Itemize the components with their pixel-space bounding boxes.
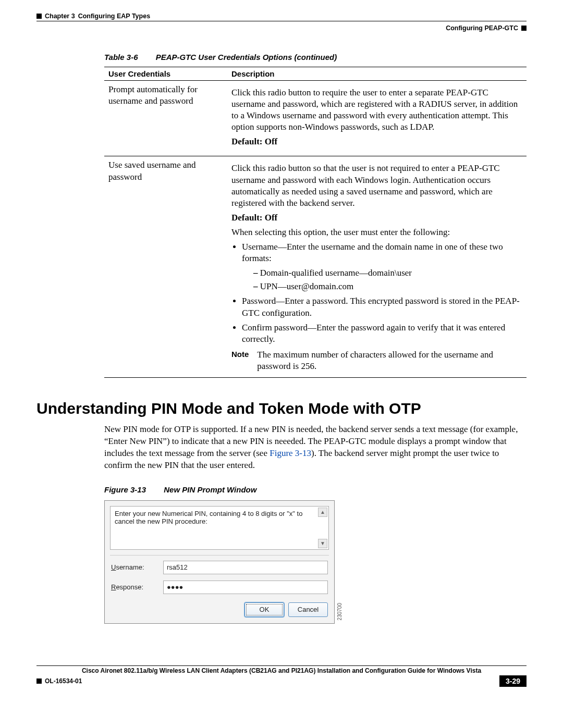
option-default: Default: Off: [231, 213, 277, 223]
note-text: The maximum number of characters allowed…: [257, 349, 522, 372]
figure-caption: Figure 3-13 New PIN Prompt Window: [104, 485, 527, 494]
scroll-up-icon[interactable]: ▲: [318, 508, 327, 517]
section-title: Configuring PEAP-GTC: [446, 24, 518, 32]
response-row: Response: ●●●●: [105, 577, 334, 597]
footer-ol-text: OL-16534-01: [45, 677, 82, 685]
square-bullet-icon: [521, 26, 527, 31]
note-row: Note The maximum number of characters al…: [231, 349, 522, 372]
table-caption-text: PEAP-GTC User Credentials Options (conti…: [156, 53, 337, 61]
header-rule: [36, 21, 527, 21]
sub-bullet-upn: UPN—user@domain.com: [253, 281, 522, 292]
username-value: rsa512: [167, 563, 188, 571]
header-chapter: Chapter 3 Configuring EAP Types: [36, 13, 527, 20]
col-description: Description: [227, 67, 527, 81]
section-heading: Understanding PIN Mode and Token Mode wi…: [36, 400, 527, 417]
table-row: Prompt automatically for username and pa…: [104, 81, 527, 156]
figure-caption-text: New PIN Prompt Window: [164, 485, 256, 494]
underline-char: U: [111, 563, 116, 571]
note-label: Note: [231, 349, 249, 372]
bullet-text: Username—Enter the username and the doma…: [242, 242, 503, 263]
chapter-label: Chapter 3: [45, 13, 75, 20]
footer-row: OL-16534-01 3-29: [36, 675, 527, 687]
underline-char: R: [111, 583, 116, 591]
username-label: Username:: [111, 563, 163, 571]
col-user-credentials: User Credentials: [104, 67, 227, 81]
response-label: Response:: [111, 583, 163, 591]
figure-caption-num: Figure 3-13: [104, 485, 146, 494]
body-paragraph: New PIN mode for OTP is supported. If a …: [104, 424, 527, 472]
dialog-message: Enter your new Numerical PIN, containing…: [115, 510, 302, 525]
options-table: User Credentials Description Prompt auto…: [104, 67, 527, 378]
response-value: ●●●●: [167, 583, 183, 591]
option-desc-cell: Click this radio button so that the user…: [227, 156, 527, 378]
dialog-figure: Enter your new Numerical PIN, containing…: [104, 500, 527, 624]
figure-xref[interactable]: Figure 3-13: [270, 448, 311, 458]
bullet-confirm: Confirm password—Enter the password agai…: [242, 322, 522, 345]
sub-bullets: Domain-qualified username—domain\user UP…: [253, 267, 522, 292]
label-rest: sername:: [116, 563, 144, 571]
option-name: Prompt automatically for username and pa…: [104, 81, 227, 156]
dialog-footer: OK Cancel: [105, 597, 334, 623]
table-caption: Table 3-6 PEAP-GTC User Credentials Opti…: [104, 53, 527, 61]
option-desc-cell: Click this radio button to require the u…: [227, 81, 527, 156]
table-header-row: User Credentials Description: [104, 67, 527, 81]
option-name: Use saved username and password: [104, 156, 227, 378]
new-pin-dialog: Enter your new Numerical PIN, containing…: [104, 500, 335, 624]
bullet-username: Username—Enter the username and the doma…: [242, 241, 522, 292]
option-bullets: Username—Enter the username and the doma…: [242, 241, 522, 345]
footer-book-title: Cisco Aironet 802.11a/b/g Wireless LAN C…: [36, 667, 527, 674]
chapter-title: Configuring EAP Types: [78, 13, 150, 20]
option-intro: When selecting this option, the user mus…: [231, 227, 522, 238]
table-caption-num: Table 3-6: [104, 53, 138, 61]
dialog-message-box: Enter your new Numerical PIN, containing…: [110, 506, 329, 550]
square-bullet-icon: [36, 678, 42, 684]
page-number: 3-29: [499, 675, 527, 687]
username-field[interactable]: rsa512: [163, 561, 328, 574]
footer-rule: [36, 665, 527, 666]
sub-bullet-dq: Domain-qualified username—domain\user: [253, 267, 522, 279]
response-field[interactable]: ●●●●: [163, 581, 328, 594]
cancel-label: Cancel: [298, 606, 319, 613]
cancel-button[interactable]: Cancel: [288, 602, 328, 617]
option-default: Default: Off: [231, 137, 277, 146]
option-desc: Click this radio button so that the user…: [231, 163, 522, 208]
figure-side-code: 230700: [337, 603, 342, 620]
scroll-down-icon[interactable]: ▼: [318, 539, 327, 548]
option-desc: Click this radio button to require the u…: [231, 87, 522, 133]
header-section: Configuring PEAP-GTC: [36, 24, 527, 32]
username-row: Username: rsa512: [105, 558, 334, 577]
page: Chapter 3 Configuring EAP Types Configur…: [0, 0, 563, 708]
ok-button[interactable]: OK: [244, 602, 284, 617]
page-footer: Cisco Aironet 802.11a/b/g Wireless LAN C…: [36, 665, 527, 687]
dialog-separator: [110, 555, 329, 556]
table-row: Use saved username and password Click th…: [104, 156, 527, 378]
square-bullet-icon: [36, 14, 42, 19]
label-rest: esponse:: [116, 583, 143, 591]
footer-ol: OL-16534-01: [36, 677, 82, 685]
bullet-password: Password—Enter a password. This encrypte…: [242, 295, 522, 318]
ok-label: OK: [260, 606, 270, 613]
